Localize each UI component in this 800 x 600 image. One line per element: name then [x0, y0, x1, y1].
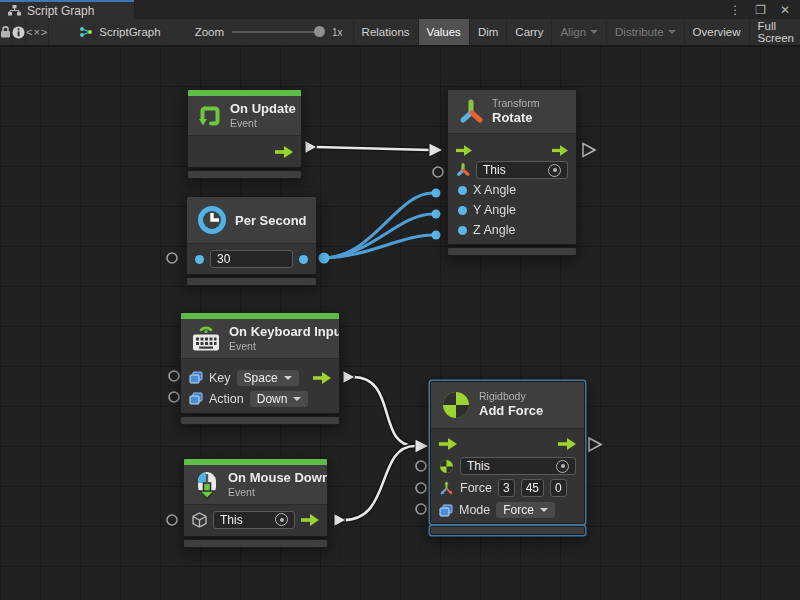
node-on-keyboard-input[interactable]: On Keyboard Input Event Key Space	[180, 312, 340, 425]
flow-input-arrow-icon[interactable]	[456, 145, 472, 156]
node-add-force[interactable]: Rigidbody Add Force	[430, 381, 585, 535]
window-maximize-icon[interactable]: ❐	[755, 4, 766, 16]
port-label: X Angle	[473, 183, 516, 197]
port-label: Action	[209, 392, 244, 406]
node-on-update[interactable]: On Update Event	[187, 89, 302, 179]
window-close-icon[interactable]: ✕	[780, 4, 790, 16]
node-per-second[interactable]: Per Second 30	[186, 196, 317, 286]
mouse-down-icon	[194, 471, 220, 499]
enum-icon	[439, 504, 453, 517]
node-title: Rotate	[492, 110, 539, 126]
port-addforce-exit	[589, 438, 601, 451]
graph-toolbar: <×> ScriptGraph Zoom 1x Relations Values…	[0, 19, 800, 46]
rigidbody-icon	[441, 390, 471, 420]
align-dropdown[interactable]: Align	[551, 19, 606, 45]
on-update-loop-icon	[198, 104, 222, 128]
value-port-dot[interactable]	[458, 226, 467, 235]
node-on-mouse-down[interactable]: On Mouse Down Event This	[183, 458, 328, 548]
distribute-dropdown[interactable]: Distribute	[606, 19, 684, 45]
node-title: On Update	[230, 101, 296, 117]
node-transform-rotate[interactable]: Transform Rotate	[447, 89, 577, 256]
clock-icon	[197, 205, 227, 235]
node-footer	[183, 539, 328, 548]
object-picker-icon[interactable]	[275, 513, 288, 526]
force-x-field[interactable]: 3	[498, 479, 515, 497]
graph-name-label: ScriptGraph	[99, 26, 160, 38]
tab-title: Script Graph	[27, 4, 94, 18]
zoom-slider-handle[interactable]	[314, 26, 325, 37]
transform-icon	[458, 99, 484, 125]
inspect-button[interactable]	[12, 19, 26, 45]
port-addforce-force	[416, 483, 426, 493]
flow-output-arrow-icon[interactable]	[301, 514, 319, 526]
flow-output-arrow-icon[interactable]	[313, 372, 331, 384]
relations-button[interactable]: Relations	[353, 19, 418, 45]
node-footer	[187, 170, 302, 179]
mousedown-this-field[interactable]: This	[213, 511, 295, 529]
mode-dropdown[interactable]: Force	[496, 502, 555, 518]
node-footer	[430, 526, 585, 535]
toolbar-buttons: Relations Values Dim Carry Align Distrib…	[353, 19, 800, 45]
connection-onupdate-to-rotate[interactable]	[305, 141, 443, 158]
graph-reference[interactable]: ScriptGraph	[69, 19, 170, 45]
connections-layer	[0, 46, 800, 600]
port-mousedown-this	[167, 515, 177, 525]
value-port-dot[interactable]	[195, 255, 204, 264]
keyboard-icon	[191, 325, 221, 352]
flow-output-arrow-icon[interactable]	[558, 438, 576, 450]
tab-script-graph[interactable]: Script Graph	[0, 0, 134, 19]
chevron-down-icon	[293, 397, 301, 401]
port-rotate-exit	[583, 144, 595, 157]
chevron-down-icon	[668, 30, 676, 34]
lock-button[interactable]	[0, 19, 12, 45]
graph-hierarchy-icon	[8, 5, 21, 16]
action-dropdown[interactable]: Down	[250, 391, 309, 407]
force-y-field[interactable]: 45	[521, 479, 544, 497]
value-port-dot[interactable]	[458, 206, 467, 215]
chevron-down-icon	[284, 376, 292, 380]
port-label: Force	[460, 481, 492, 495]
rotate-this-field[interactable]: This	[476, 161, 568, 179]
port-keyboard-key	[169, 371, 179, 381]
connection-keyboard-to-addforce[interactable]	[343, 371, 415, 447]
value-port-dot[interactable]	[458, 186, 467, 195]
key-dropdown[interactable]: Space	[237, 370, 299, 386]
node-subtitle: Event	[230, 117, 296, 130]
rigidbody-icon-small	[439, 459, 454, 474]
node-subtitle: Event	[229, 340, 340, 353]
code-preview-label: <×>	[26, 26, 48, 38]
node-category: Transform	[492, 97, 539, 110]
full-screen-button[interactable]: Full Screen	[749, 19, 800, 45]
values-button[interactable]: Values	[418, 19, 469, 45]
zoom-slider[interactable]	[232, 27, 324, 37]
unconnected-flow-ports[interactable]	[583, 144, 601, 452]
carry-button[interactable]: Carry	[506, 19, 551, 45]
info-icon	[12, 26, 25, 39]
value-output-dot[interactable]	[299, 255, 308, 264]
port-label: Z Angle	[473, 223, 515, 237]
code-preview-toggle[interactable]: <×>	[26, 19, 49, 45]
graph-canvas[interactable]: On Update Event	[0, 46, 800, 600]
connection-mousedown-to-addforce[interactable]	[334, 439, 429, 527]
chevron-down-icon	[590, 30, 598, 34]
zoom-value: 1x	[332, 27, 343, 38]
node-footer	[186, 277, 317, 286]
flow-input-arrow-icon[interactable]	[439, 438, 457, 450]
node-title: Add Force	[479, 403, 543, 419]
object-picker-icon[interactable]	[548, 164, 561, 177]
window-menu-icon[interactable]: ⋮	[729, 4, 741, 16]
force-z-field[interactable]: 0	[550, 479, 567, 497]
node-category: Rigidbody	[479, 390, 543, 403]
overview-button[interactable]: Overview	[684, 19, 749, 45]
connection-persecond-to-angles[interactable]	[319, 189, 441, 264]
flow-output-arrow-icon[interactable]	[552, 145, 568, 156]
rate-input-field[interactable]: 30	[210, 250, 293, 268]
dim-button[interactable]: Dim	[469, 19, 506, 45]
flow-output-arrow-icon[interactable]	[275, 146, 293, 158]
addforce-this-field[interactable]: This	[460, 457, 576, 475]
node-subtitle: Event	[228, 486, 328, 499]
port-keyboard-action	[169, 392, 179, 402]
object-picker-icon[interactable]	[556, 460, 569, 473]
port-label: Key	[209, 371, 231, 385]
port-label: Mode	[459, 503, 490, 517]
